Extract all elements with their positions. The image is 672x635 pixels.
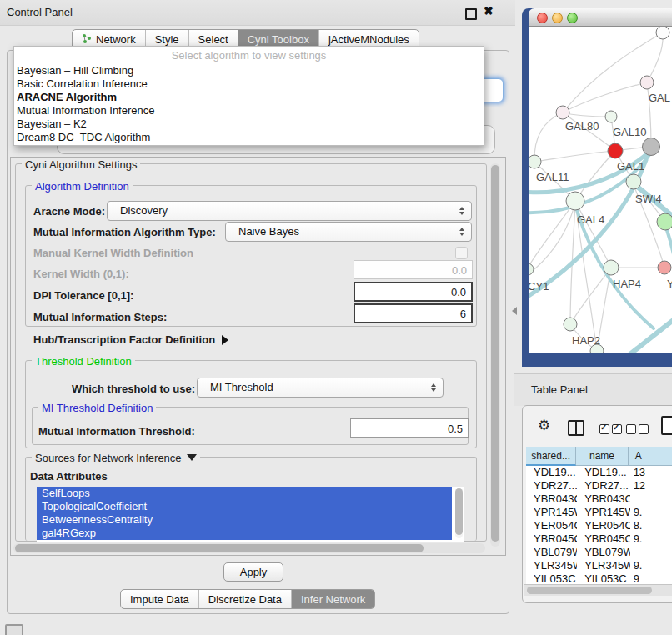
kernel-width-label: Kernel Width (0,1):	[33, 268, 129, 280]
network-node[interactable]	[657, 213, 672, 230]
which-threshold-select[interactable]: MI Threshold	[197, 378, 444, 398]
algorithm-option[interactable]: Basic Correlation Inference	[17, 78, 481, 91]
network-node[interactable]	[656, 27, 669, 39]
algorithm-option[interactable]: Dream8 DC_TDC Algorithm	[17, 131, 481, 144]
tab-infer-network[interactable]: Infer Network	[292, 590, 374, 608]
zoom-window-icon[interactable]	[567, 12, 578, 23]
algorithm-placeholder: Select algorithm to view settings	[14, 49, 484, 62]
network-edge[interactable]	[563, 32, 663, 112]
network-node-swi4[interactable]	[626, 174, 641, 189]
dpi-tolerance-field[interactable]: 0.0	[354, 282, 473, 302]
network-node-hap2[interactable]	[564, 318, 577, 331]
network-node-gal10[interactable]	[605, 111, 617, 122]
algorithm-option[interactable]: Mutual Information Inference	[17, 104, 481, 118]
table-row[interactable]: YPR145WYPR145W9.	[526, 506, 672, 519]
node-table: shared... name A YDL19...YDL19...13YDR27…	[526, 447, 672, 587]
network-edge[interactable]	[563, 112, 611, 117]
list-vertical-scrollbar[interactable]	[455, 488, 463, 538]
apply-button[interactable]: Apply	[223, 562, 283, 582]
mi-steps-field[interactable]: 6	[354, 303, 473, 323]
algorithm-option[interactable]: ARACNE Algorithm	[17, 91, 481, 104]
spinner-arrows-icon	[459, 228, 464, 236]
select-all-checkbox-icon[interactable]	[612, 424, 622, 434]
network-node-gal[interactable]	[640, 76, 654, 89]
network-window-titlebar[interactable]	[529, 8, 672, 27]
network-edge[interactable]	[534, 112, 563, 162]
aracne-mode-select[interactable]: Discovery	[107, 201, 472, 221]
data-attribute-item[interactable]: BetweennessCentrality	[37, 513, 452, 527]
gear-icon[interactable]: ⚙	[538, 417, 550, 434]
spinner-arrows-icon	[459, 207, 464, 215]
close-panel-icon[interactable]: ✖	[484, 4, 494, 18]
table-cell: YBR045C	[577, 532, 629, 546]
table-panel-header: Table Panel	[514, 373, 672, 406]
network-node-gal80[interactable]	[556, 106, 569, 119]
tab-discretize-data[interactable]: Discretize Data	[199, 590, 292, 608]
table-row[interactable]: YDL19...YDL19...13	[526, 466, 672, 479]
manual-kernel-width-checkbox[interactable]	[455, 247, 468, 259]
settings-vertical-scrollbar[interactable]	[490, 163, 500, 547]
table-cell: YBR043C	[577, 492, 629, 506]
network-node-gal4[interactable]	[566, 192, 584, 210]
network-node-gcy1[interactable]	[529, 263, 534, 275]
table-cell: YDR27...	[526, 479, 577, 492]
select-all-checkbox-icon[interactable]	[599, 424, 609, 434]
columns-icon[interactable]	[568, 420, 584, 436]
network-node-label: GAL11	[536, 171, 569, 183]
network-canvas[interactable]: GALGAL80GAL10GAL1GAL11SWI4GAL4GCY1HAP4YH…	[529, 27, 672, 353]
data-attributes-label: Data Attributes	[30, 470, 108, 482]
close-window-icon[interactable]	[537, 12, 548, 23]
kernel-width-field[interactable]: 0.0	[354, 260, 473, 279]
sources-title[interactable]: Sources for Network Inference	[32, 452, 200, 464]
mi-algorithm-type-select[interactable]: Naive Bayes	[225, 222, 472, 242]
column-header-name[interactable]: name	[576, 447, 629, 466]
deselect-all-checkbox-icon[interactable]	[639, 424, 649, 434]
network-node-gal11[interactable]	[529, 155, 541, 168]
data-attribute-item[interactable]: TopologicalCoefficient	[37, 500, 452, 513]
tab-impute-data[interactable]: Impute Data	[121, 590, 199, 608]
table-row[interactable]: YER054CYER054C8.	[526, 519, 672, 532]
table-horizontal-scrollbar[interactable]	[524, 584, 672, 596]
splitpane-collapse-icon[interactable]	[512, 307, 517, 315]
table-header-row: shared... name A	[526, 447, 672, 466]
expanded-arrow-icon	[187, 454, 197, 461]
table-cell: YPR145W	[577, 506, 629, 519]
network-node-hap4[interactable]	[604, 260, 619, 275]
table-row[interactable]: YLR345WYLR345W9.	[526, 559, 672, 572]
application-root: Control Panel ✖ Network Style Select Cyn…	[0, 0, 672, 635]
table-row[interactable]: YDR27...YDR27...12	[526, 479, 672, 492]
network-node-gal1[interactable]	[608, 143, 623, 158]
network-node[interactable]	[643, 138, 660, 156]
table-cell: YDL19...	[577, 466, 629, 479]
algorithm-option[interactable]: Bayesian – K2	[17, 118, 481, 131]
table-cell: 9.	[630, 532, 672, 546]
export-table-icon[interactable]	[661, 416, 672, 435]
deselect-all-checkbox-icon[interactable]	[626, 424, 636, 434]
algorithm-option[interactable]: Bayesian – Hill Climbing	[17, 64, 481, 78]
network-node-y[interactable]	[658, 261, 671, 274]
network-node[interactable]	[590, 344, 604, 353]
mi-threshold-field[interactable]: 0.5	[350, 418, 469, 438]
table-row[interactable]: YBR045CYBR045C9.	[526, 532, 672, 546]
settings-horizontal-scrollbar[interactable]	[13, 543, 485, 553]
data-attribute-item[interactable]: gal4RGexp	[37, 527, 452, 540]
column-header-shared-name[interactable]: shared...	[526, 447, 576, 466]
minimized-panel-icon[interactable]	[5, 624, 23, 635]
column-header-third[interactable]: A	[629, 447, 672, 466]
minimize-window-icon[interactable]	[552, 12, 563, 23]
algorithm-options-list: Bayesian – Hill ClimbingBasic Correlatio…	[17, 64, 481, 144]
network-edge[interactable]	[570, 268, 611, 324]
table-row[interactable]: YBL079WYBL079W	[526, 546, 672, 559]
network-node-label: GAL	[649, 92, 670, 104]
network-edge[interactable]	[534, 151, 615, 162]
table-row[interactable]: YBR043CYBR043C	[526, 492, 672, 506]
table-panel: ⚙ shared... name A YDL19...YDL19...13YDR…	[522, 405, 672, 603]
data-attribute-item[interactable]: SelfLoops	[37, 487, 452, 500]
float-panel-icon[interactable]	[465, 8, 477, 20]
hub-definition-toggle[interactable]: Hub/Transcription Factor Definition	[33, 333, 228, 346]
table-cell: YER054C	[577, 519, 629, 532]
bottom-tab-bar: Impute Data Discretize Data Infer Networ…	[120, 589, 375, 609]
data-attributes-list[interactable]: SelfLoopsTopologicalCoefficientBetweenne…	[37, 487, 464, 542]
table-cell: YBR043C	[526, 492, 577, 506]
cyni-algorithm-settings-title: Cyni Algorithm Settings	[22, 158, 140, 171]
